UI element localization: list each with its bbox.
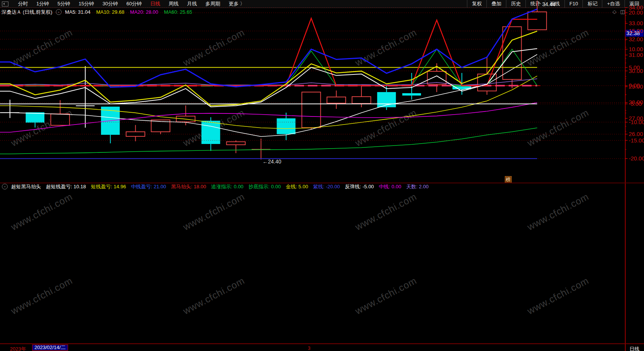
- indicator-item-9: 中线: 0.00: [379, 184, 402, 189]
- date-box: 2023/02/14/二: [32, 345, 68, 351]
- indicator-name[interactable]: 超短黑马抬头: [11, 183, 41, 190]
- indicator-axis-label: -10.00: [629, 119, 644, 125]
- indicator-item-0: 超短线盈亏: 10.18: [46, 184, 86, 189]
- indicator-item-8: 反弹线: -5.00: [345, 184, 374, 189]
- watermark: www.cfchi.com: [9, 191, 75, 233]
- watermark: www.cfchi.com: [525, 275, 591, 317]
- indicator-chart[interactable]: 20.0015.0010.005.000.00-5.00-10.00-15.00…: [0, 0, 644, 160]
- indicator-axis-label: -5.00: [629, 100, 642, 107]
- indicator-axis-label: 5.00: [629, 64, 640, 71]
- indicator-item-4: 追涨指示: 0.00: [211, 184, 244, 189]
- indicator-axis-label: 20.00: [629, 9, 643, 16]
- indicator-axis-label: -15.00: [629, 137, 644, 144]
- indicator-axis-label: -20.00: [629, 155, 644, 160]
- indicator-values: 超短线盈亏: 10.18短线盈亏: 14.96中线盈亏: 21.00黑马抬头: …: [46, 183, 434, 190]
- indicator-item-6: 金线: 5.00: [286, 184, 308, 189]
- indicator-axis-label: 15.00: [629, 27, 643, 34]
- time-axis-bar: 2023年 2023/02/14/二 3 日线: [0, 343, 644, 351]
- indicator-header: ⌄ 超短黑马抬头 超短线盈亏: 10.18短线盈亏: 14.96中线盈亏: 21…: [2, 184, 434, 189]
- watermark: www.cfchi.com: [9, 275, 75, 317]
- year-label: 2023年: [10, 346, 26, 351]
- indicator-item-1: 短线盈亏: 14.96: [91, 184, 126, 189]
- watermark: www.cfchi.com: [525, 191, 591, 233]
- indicator-line-中线盈亏: [0, 9, 537, 87]
- indicator-line-短线盈亏: [0, 31, 537, 106]
- indicator-item-5: 抄底指示: 0.00: [249, 184, 281, 189]
- indicator-axis-label: 0.00: [629, 82, 640, 89]
- indicator-axis-label: 10.00: [629, 46, 643, 52]
- month-marker: 3: [308, 346, 311, 351]
- indicator-chevron-icon[interactable]: ⌄: [2, 184, 8, 189]
- indicator-line-黑马抬头: [0, 18, 537, 86]
- watermark: www.cfchi.com: [181, 191, 247, 233]
- indicator-item-7: 紫线: -20.00: [313, 184, 340, 189]
- indicator-item-3: 黑马抬头: 18.00: [171, 184, 206, 189]
- period-label: 日线: [629, 346, 639, 351]
- watermark: www.cfchi.com: [181, 275, 247, 317]
- indicator-item-2: 中线盈亏: 21.00: [131, 184, 166, 189]
- indicator-item-10: 天数: 2.00: [406, 184, 429, 189]
- app-window: 分时1分钟5分钟15分钟30分钟60分钟日线周线月线多周期更多 〉 复权叠加历史…: [0, 0, 644, 351]
- watermark: www.cfchi.com: [353, 275, 419, 317]
- watermark: www.cfchi.com: [353, 191, 419, 233]
